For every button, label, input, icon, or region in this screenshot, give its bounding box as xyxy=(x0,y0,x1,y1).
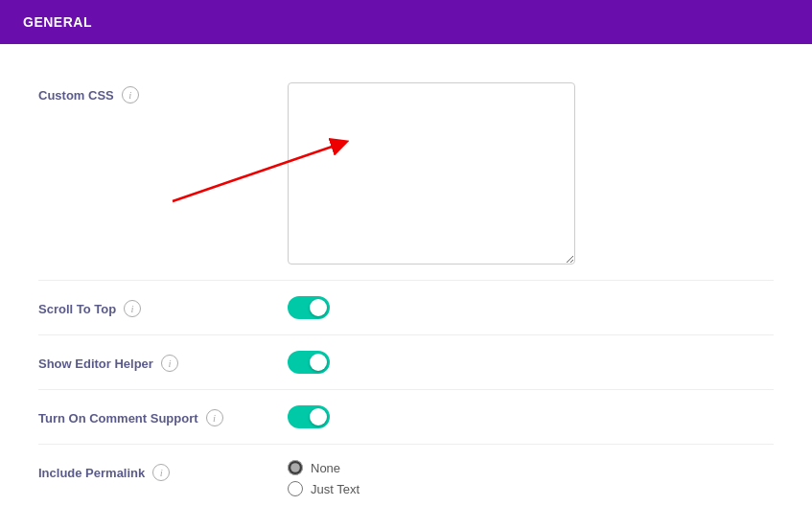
show-editor-helper-row: Show Editor Helper i xyxy=(38,335,774,389)
scroll-to-top-toggle[interactable] xyxy=(288,296,330,319)
custom-css-textarea[interactable] xyxy=(288,82,575,264)
include-permalink-radio-group: None Just Text xyxy=(288,460,360,496)
custom-css-label-area: Custom CSS i xyxy=(38,82,288,104)
page-wrapper: GENERAL Custom CSS i xyxy=(0,0,812,529)
custom-css-row: Custom CSS i xyxy=(38,67,774,280)
comment-support-slider xyxy=(288,405,330,428)
permalink-none-label: None xyxy=(311,461,340,475)
comment-support-row: Turn On Comment Support i xyxy=(38,390,774,444)
show-editor-helper-slider xyxy=(288,351,330,374)
permalink-just-text-option[interactable]: Just Text xyxy=(288,481,360,496)
include-permalink-info-icon[interactable]: i xyxy=(152,464,170,481)
show-editor-helper-toggle[interactable] xyxy=(288,351,330,374)
permalink-none-radio[interactable] xyxy=(288,460,303,475)
scroll-to-top-slider xyxy=(288,296,330,319)
custom-css-info-icon[interactable]: i xyxy=(122,86,139,104)
scroll-to-top-label: Scroll To Top xyxy=(38,302,116,316)
show-editor-helper-label-area: Show Editor Helper i xyxy=(38,351,288,372)
include-permalink-row: Include Permalink i None Just Text xyxy=(38,445,774,512)
section-header: GENERAL xyxy=(0,0,812,44)
custom-css-label: Custom CSS xyxy=(38,88,114,103)
comment-support-info-icon[interactable]: i xyxy=(206,409,223,426)
scroll-to-top-label-area: Scroll To Top i xyxy=(38,296,288,317)
custom-css-control xyxy=(288,82,774,264)
comment-support-label-area: Turn On Comment Support i xyxy=(38,405,288,426)
show-editor-helper-label: Show Editor Helper xyxy=(38,356,153,371)
permalink-just-text-label: Just Text xyxy=(311,482,360,496)
scroll-to-top-row: Scroll To Top i xyxy=(38,281,774,334)
scroll-to-top-control xyxy=(288,296,774,319)
section-title: GENERAL xyxy=(23,14,92,30)
include-permalink-label: Include Permalink xyxy=(38,466,145,480)
show-editor-helper-control xyxy=(288,351,774,374)
include-permalink-control: None Just Text xyxy=(288,460,774,496)
comment-support-control xyxy=(288,405,774,428)
show-editor-helper-info-icon[interactable]: i xyxy=(161,355,178,372)
scroll-to-top-info-icon[interactable]: i xyxy=(124,300,141,317)
section-body: Custom CSS i Scroll To Top i xyxy=(0,44,812,529)
comment-support-label: Turn On Comment Support xyxy=(38,411,198,426)
include-permalink-label-area: Include Permalink i xyxy=(38,460,288,481)
comment-support-toggle[interactable] xyxy=(288,405,330,428)
permalink-just-text-radio[interactable] xyxy=(288,481,303,496)
permalink-none-option[interactable]: None xyxy=(288,460,360,475)
